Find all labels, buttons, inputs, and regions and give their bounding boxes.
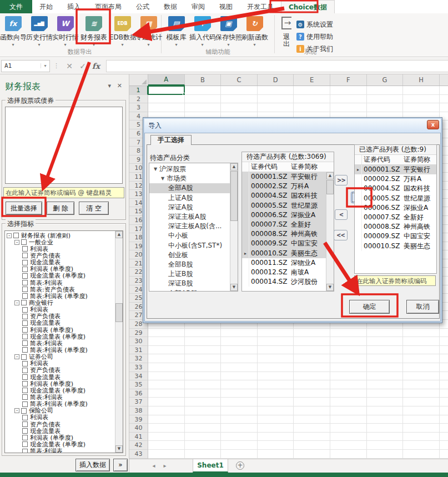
- active-cell-selection[interactable]: [148, 86, 185, 95]
- grid-cell[interactable]: [258, 372, 294, 381]
- scroll-down-icon[interactable]: ▼: [230, 284, 238, 291]
- grid-cell[interactable]: [294, 337, 330, 346]
- grid-cell[interactable]: [221, 424, 258, 433]
- category-item-沪深股票[interactable]: ▼沪深股票: [149, 164, 238, 174]
- grid-cell[interactable]: [258, 389, 294, 398]
- list-row-000004.SZ[interactable]: 000004.SZ国农科技: [242, 191, 334, 200]
- dialog-title-bar[interactable]: 导入: [144, 119, 441, 133]
- tree-item[interactable]: 利润表: [5, 360, 123, 367]
- checkbox-icon[interactable]: [22, 441, 28, 447]
- row-header-3[interactable]: 3: [129, 103, 148, 112]
- scroll-down-icon[interactable]: ▼: [326, 284, 334, 291]
- grid-cell[interactable]: [185, 380, 222, 389]
- category-item-中小板[interactable]: 中小板: [149, 231, 238, 240]
- category-item-深证A股[interactable]: 深证A股: [149, 203, 238, 212]
- grid-cell[interactable]: [258, 363, 294, 372]
- grid-cell[interactable]: [294, 86, 330, 95]
- list-row-000005.SZ[interactable]: 000005.SZ世纪星源: [355, 194, 436, 203]
- checkbox-icon[interactable]: [22, 435, 28, 440]
- grid-cell[interactable]: [221, 406, 258, 415]
- checkbox-icon[interactable]: [22, 320, 28, 326]
- list-row-000009.SZ[interactable]: 000009.SZ中国宝安: [355, 232, 436, 241]
- tree-item[interactable]: -保险公司: [5, 408, 123, 414]
- list-row-000009.SZ[interactable]: 000009.SZ中国宝安: [242, 239, 334, 248]
- ribbon-tab-数据[interactable]: 数据: [157, 0, 184, 13]
- grid-cell[interactable]: [221, 415, 258, 424]
- grid-cell[interactable]: [258, 329, 294, 338]
- grid-cell[interactable]: [330, 389, 367, 398]
- insert-function-icon[interactable]: fx: [89, 62, 103, 71]
- grid-cell[interactable]: [367, 424, 404, 433]
- ribbon-button-刷新函数[interactable]: ↻刷新函数▾: [241, 14, 268, 47]
- ribbon-button-系统设置[interactable]: ⚙系统设置: [296, 18, 340, 31]
- checkbox-icon[interactable]: [22, 327, 28, 333]
- grid-cell[interactable]: [294, 433, 330, 441]
- grid-cell[interactable]: [258, 86, 294, 95]
- checkbox-icon[interactable]: [22, 368, 28, 373]
- grid-cell[interactable]: [221, 441, 258, 450]
- grid-cell[interactable]: [185, 441, 222, 450]
- grid-cell[interactable]: [330, 398, 367, 406]
- ribbon-tab-公式[interactable]: 公式: [129, 0, 157, 13]
- grid-cell[interactable]: [294, 103, 330, 112]
- grid-cell[interactable]: [185, 86, 222, 95]
- grid-cell[interactable]: [148, 363, 185, 372]
- list-row-000002.SZ[interactable]: 000002.SZ万科A: [355, 174, 436, 184]
- cancel-icon[interactable]: ✕: [63, 62, 76, 71]
- tree-item[interactable]: 资产负债表: [5, 252, 123, 259]
- checkbox-icon[interactable]: [22, 361, 28, 366]
- tab-manual-select[interactable]: 手工选择: [150, 135, 192, 145]
- checkbox-icon[interactable]: [22, 334, 28, 339]
- grid-cell[interactable]: [148, 103, 185, 112]
- grid-cell[interactable]: [185, 103, 222, 112]
- grid-cell[interactable]: [185, 433, 222, 441]
- grid-cell[interactable]: [367, 103, 404, 112]
- checkbox-icon[interactable]: [21, 354, 27, 360]
- tree-item[interactable]: 简表:利润表 (单季度): [5, 347, 123, 353]
- grid-cell[interactable]: [330, 329, 367, 338]
- move-all-right-button[interactable]: >>: [335, 175, 348, 185]
- ribbon-button-插入代码[interactable]: +插入代码▾: [189, 14, 215, 47]
- grid-cell[interactable]: [403, 441, 440, 450]
- grid-cell[interactable]: [367, 398, 404, 406]
- grid-cell[interactable]: [221, 363, 258, 372]
- stock-search-input[interactable]: 在此输入证券简称或编码 @ 键盘精灵: [3, 187, 124, 198]
- grid-cell[interactable]: [148, 372, 185, 381]
- ok-button[interactable]: 确定: [349, 300, 390, 314]
- checkbox-icon[interactable]: [22, 347, 28, 353]
- row-header-40[interactable]: 40: [129, 424, 148, 433]
- grid-cell[interactable]: [330, 337, 367, 346]
- checkbox-icon[interactable]: [22, 246, 28, 252]
- grid-cell[interactable]: [330, 424, 367, 433]
- add-sheet-icon[interactable]: +: [236, 461, 244, 470]
- checkbox-icon[interactable]: [22, 273, 28, 279]
- expand-panel-button[interactable]: »: [113, 459, 128, 471]
- grid-cell[interactable]: [258, 398, 294, 406]
- grid-cell[interactable]: [258, 406, 294, 415]
- grid-cell[interactable]: [294, 441, 330, 450]
- tree-item[interactable]: 现金流量表 (单季度): [5, 333, 123, 340]
- tree-item[interactable]: -证券公司: [5, 354, 123, 360]
- grid-cell[interactable]: [185, 398, 222, 406]
- checkbox-icon[interactable]: [22, 260, 28, 265]
- grid-cell[interactable]: [294, 95, 330, 104]
- grid-cell[interactable]: [367, 433, 404, 441]
- grid-cell[interactable]: [330, 95, 367, 104]
- row-header-32[interactable]: 32: [129, 354, 148, 363]
- ribbon-tab-视图[interactable]: 视图: [212, 0, 240, 13]
- row-header-39[interactable]: 39: [129, 415, 148, 424]
- list-row-000014.SZ[interactable]: 000014.SZ沙河股份: [242, 277, 334, 287]
- collapse-expander-icon[interactable]: -: [14, 408, 19, 413]
- grid-cell[interactable]: [221, 389, 258, 398]
- list-row-000010.SZ[interactable]: 000010.SZ美丽生态: [355, 242, 436, 251]
- grid-cell[interactable]: [294, 389, 330, 398]
- checkbox-icon[interactable]: [22, 307, 28, 313]
- grid-cell[interactable]: [367, 389, 404, 398]
- grid-cell[interactable]: [221, 450, 258, 459]
- grid-cell[interactable]: [258, 380, 294, 389]
- grid-cell[interactable]: [403, 363, 440, 372]
- grid-cell[interactable]: [148, 95, 185, 104]
- grid-cell[interactable]: [403, 424, 440, 433]
- grid-cell[interactable]: [185, 406, 222, 415]
- grid-cell[interactable]: [367, 346, 404, 355]
